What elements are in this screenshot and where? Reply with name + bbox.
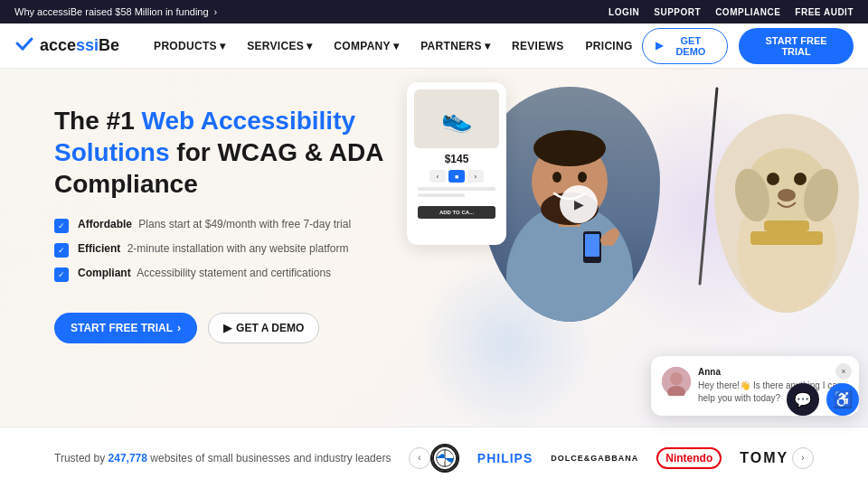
features-list: ✓ Affordable Plans start at $49/month wi… bbox=[54, 218, 398, 291]
brands-prev-button[interactable]: ‹ bbox=[409, 447, 430, 469]
hero-trial-label: START FREE TRIAL bbox=[71, 322, 173, 334]
feature-efficient-text: Efficient 2-minute installation with any… bbox=[78, 242, 348, 255]
products-dropdown-icon: ▾ bbox=[220, 40, 225, 52]
logo-wordmark: accessiBe bbox=[40, 36, 119, 55]
announcement-bar: Why accessiBe raised $58 Million in fund… bbox=[0, 0, 868, 23]
top-nav-links: LOGIN SUPPORT COMPLIANCE FREE AUDIT bbox=[609, 7, 854, 17]
feature-affordable: ✓ Affordable Plans start at $49/month wi… bbox=[54, 218, 398, 233]
check-icon-efficient: ✓ bbox=[54, 243, 69, 258]
hero-get-demo-button[interactable]: ▶ GET A DEMO bbox=[208, 313, 319, 343]
phone-add-to-cart-btn: ADD TO CA... bbox=[418, 206, 495, 219]
nav-right: ▶ GET DEMO START FREE TRIAL bbox=[642, 28, 854, 64]
agent-avatar-svg bbox=[662, 367, 691, 396]
svg-rect-17 bbox=[764, 221, 809, 231]
svg-point-21 bbox=[670, 372, 683, 385]
close-icon: × bbox=[841, 367, 845, 376]
prev-arrow-icon: ‹ bbox=[418, 453, 420, 463]
nav-item-pricing[interactable]: PRICING bbox=[576, 34, 641, 58]
philips-logo: PHILIPS bbox=[477, 451, 533, 465]
company-dropdown-icon: ▾ bbox=[393, 40, 399, 52]
dolce-gabbana-logo: DOLCE&GABBANA bbox=[551, 454, 638, 463]
phone-controls: ‹ ■ › bbox=[414, 170, 499, 183]
play-icon: ▶ bbox=[574, 197, 584, 211]
nav-items: PRODUCTS ▾ SERVICES ▾ COMPANY ▾ PARTNERS… bbox=[145, 34, 642, 58]
bmw-logo bbox=[430, 444, 459, 473]
get-demo-button[interactable]: ▶ GET DEMO bbox=[642, 28, 729, 64]
main-nav: accessiBe PRODUCTS ▾ SERVICES ▾ COMPANY … bbox=[0, 23, 868, 69]
announcement-chevron: › bbox=[214, 6, 218, 17]
trusted-count: 247,778 bbox=[108, 452, 147, 465]
chat-icon: 💬 bbox=[794, 391, 812, 408]
hero-buttons: START FREE TRIAL › ▶ GET A DEMO bbox=[54, 313, 398, 343]
phone-mockup: 👟 $145 ‹ ■ › ADD TO CA... bbox=[407, 82, 506, 245]
accessibility-button[interactable]: ♿ bbox=[826, 383, 859, 416]
trusted-prefix: Trusted by 247,778 websites of small bus… bbox=[54, 452, 391, 465]
svg-point-6 bbox=[578, 172, 587, 183]
free-audit-link[interactable]: FREE AUDIT bbox=[795, 7, 854, 17]
support-link[interactable]: SUPPORT bbox=[654, 7, 701, 17]
brand-logos: PHILIPS DOLCE&GABBANA Nintendo TOMY bbox=[430, 444, 792, 473]
feature-affordable-label: Affordable bbox=[78, 218, 132, 230]
nav-item-reviews[interactable]: REVIEWS bbox=[503, 34, 572, 58]
svg-point-14 bbox=[794, 173, 807, 185]
feature-compliant: ✓ Compliant Accessibility statement and … bbox=[54, 267, 398, 282]
phone-ctrl-right: › bbox=[467, 170, 484, 183]
svg-point-3 bbox=[533, 130, 606, 166]
chat-agent-name: Anna bbox=[698, 367, 848, 377]
hero-section: The #1 Web Accessibility Solutions for W… bbox=[0, 69, 868, 488]
phone-text-lines bbox=[414, 187, 499, 200]
nav-item-services[interactable]: SERVICES ▾ bbox=[238, 34, 321, 58]
announcement-text: Why accessiBe raised $58 Million in fund… bbox=[14, 6, 209, 17]
feature-affordable-desc: Plans start at $49/month with free 7-day… bbox=[138, 218, 351, 230]
phone-product-image: 👟 bbox=[414, 89, 499, 148]
nav-item-products[interactable]: PRODUCTS ▾ bbox=[145, 34, 234, 58]
chat-avatar bbox=[662, 367, 691, 396]
logo-icon bbox=[14, 33, 34, 58]
phone-product-price: $145 bbox=[414, 153, 499, 165]
check-icon-affordable: ✓ bbox=[54, 219, 69, 233]
phone-ctrl-left: ‹ bbox=[429, 170, 446, 183]
trusted-prefix-text: Trusted by bbox=[54, 452, 105, 465]
phone-line-1 bbox=[418, 187, 495, 191]
svg-rect-16 bbox=[750, 231, 823, 245]
feature-efficient-desc: 2-minute installation with any website p… bbox=[127, 242, 349, 255]
trial-btn-label: START FREE TRIAL bbox=[765, 35, 826, 57]
svg-point-13 bbox=[767, 173, 779, 185]
announcement-text-area[interactable]: Why accessiBe raised $58 Million in fund… bbox=[14, 6, 217, 17]
feature-affordable-text: Affordable Plans start at $49/month with… bbox=[78, 218, 351, 230]
demo-btn-label: GET DEMO bbox=[667, 35, 715, 57]
feature-compliant-desc: Accessibility statement and certificatio… bbox=[137, 267, 331, 279]
play-button[interactable]: ▶ bbox=[560, 185, 598, 223]
svg-rect-8 bbox=[585, 234, 599, 257]
hero-title-part1: The #1 bbox=[54, 107, 141, 135]
start-free-trial-button[interactable]: START FREE TRIAL bbox=[739, 28, 854, 64]
hero-content: The #1 Web Accessibility Solutions for W… bbox=[0, 69, 398, 488]
trusted-suffix: websites of small businesses and industr… bbox=[150, 452, 391, 465]
logo[interactable]: accessiBe bbox=[14, 33, 119, 58]
hero-visual: 👟 $145 ‹ ■ › ADD TO CA... bbox=[398, 69, 868, 488]
chat-toggle-button[interactable]: 💬 bbox=[787, 383, 819, 416]
phone-ctrl-mid: ■ bbox=[448, 170, 465, 183]
demo-btn-icon: ▶ bbox=[656, 40, 663, 52]
compliance-link[interactable]: COMPLIANCE bbox=[715, 7, 780, 17]
nav-item-partners[interactable]: PARTNERS ▾ bbox=[411, 34, 499, 58]
feature-compliant-label: Compliant bbox=[78, 267, 131, 279]
phone-screen: 👟 $145 ‹ ■ › ADD TO CA... bbox=[407, 82, 506, 226]
svg-point-15 bbox=[778, 189, 796, 202]
accessibility-icon: ♿ bbox=[833, 389, 853, 409]
login-link[interactable]: LOGIN bbox=[609, 7, 639, 17]
nintendo-logo: Nintendo bbox=[656, 447, 722, 469]
chat-close-button[interactable]: × bbox=[835, 363, 852, 380]
feature-compliant-text: Compliant Accessibility statement and ce… bbox=[78, 267, 331, 279]
trusted-bar: Trusted by 247,778 websites of small bus… bbox=[0, 427, 868, 488]
feature-efficient: ✓ Efficient 2-minute installation with a… bbox=[54, 242, 398, 258]
check-icon-compliant: ✓ bbox=[54, 267, 69, 282]
hero-trial-arrow: › bbox=[177, 322, 181, 334]
phone-line-2 bbox=[418, 193, 465, 197]
brands-next-button[interactable]: › bbox=[792, 447, 814, 469]
hero-title: The #1 Web Accessibility Solutions for W… bbox=[54, 105, 398, 200]
hero-demo-label: GET A DEMO bbox=[236, 322, 304, 334]
hero-start-trial-button[interactable]: START FREE TRIAL › bbox=[54, 313, 197, 343]
floating-buttons: 💬 ♿ bbox=[787, 383, 859, 416]
nav-item-company[interactable]: COMPANY ▾ bbox=[325, 34, 408, 58]
